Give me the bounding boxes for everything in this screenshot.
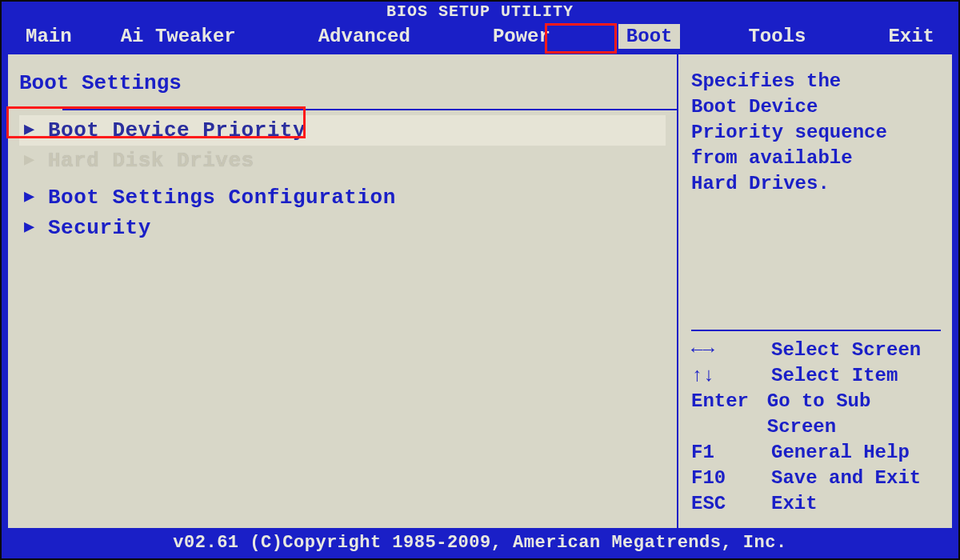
tab-boot[interactable]: Boot: [618, 24, 681, 49]
key-row-f1: F1 General Help: [691, 440, 941, 466]
key-desc: Select Screen: [771, 338, 921, 363]
body: Boot Settings ▶ Boot Device Priority ▶ H…: [6, 53, 954, 530]
key-desc: Save and Exit: [771, 466, 921, 491]
key-row-enter: Enter Go to Sub Screen: [691, 389, 941, 440]
footer-copyright: v02.61 (C)Copyright 1985-2009, American …: [6, 531, 954, 555]
triangle-icon: ▶: [24, 116, 38, 145]
help-line: Priority sequence: [691, 120, 941, 146]
key-name: ESC: [691, 491, 765, 517]
menu-boot-settings-config[interactable]: ▶ Boot Settings Configuration: [19, 182, 666, 213]
tab-power[interactable]: Power: [478, 24, 565, 49]
bios-title: BIOS SETUP UTILITY: [3, 3, 957, 21]
help-line: Specifies the: [691, 69, 941, 94]
help-line: Hard Drives.: [691, 171, 941, 197]
key-desc: Go to Sub Screen: [767, 389, 941, 440]
right-pane: Specifies the Boot Device Priority seque…: [677, 54, 952, 528]
left-pane: Boot Settings ▶ Boot Device Priority ▶ H…: [8, 54, 677, 528]
help-line: from available: [691, 146, 941, 171]
help-text: Specifies the Boot Device Priority seque…: [691, 69, 941, 330]
menu-label: Boot Device Priority: [48, 116, 306, 145]
key-desc: General Help: [771, 440, 910, 466]
key-desc: Exit: [771, 491, 818, 517]
key-desc: Select Item: [771, 363, 898, 389]
key-row-select-screen: ←→ Select Screen: [691, 338, 941, 363]
key-row-select-item: ↑↓ Select Item: [691, 363, 941, 389]
triangle-icon: ▶: [24, 214, 38, 242]
menu-label: Boot Settings Configuration: [48, 183, 396, 212]
key-name: F1: [691, 440, 765, 466]
tab-ai-tweaker[interactable]: Ai Tweaker: [106, 24, 250, 49]
menu-label: Hard Disk Drives: [48, 146, 254, 175]
triangle-icon: ▶: [24, 183, 38, 212]
divider: [62, 109, 677, 110]
section-title: Boot Settings: [19, 69, 666, 98]
tab-exit[interactable]: Exit: [874, 24, 949, 49]
menu-security[interactable]: ▶ Security: [19, 213, 666, 243]
key-name: F10: [691, 466, 765, 491]
tab-bar: Main Ai Tweaker Advanced Power Boot Tool…: [3, 21, 957, 51]
menu-hard-disk-drives[interactable]: ▶ Hard Disk Drives: [19, 146, 666, 176]
key-row-esc: ESC Exit: [691, 491, 941, 517]
tab-advanced[interactable]: Advanced: [304, 24, 425, 49]
key-row-f10: F10 Save and Exit: [691, 466, 941, 491]
tab-tools[interactable]: Tools: [734, 24, 820, 49]
menu-label: Security: [48, 214, 151, 242]
key-help: ←→ Select Screen ↑↓ Select Item Enter Go…: [691, 330, 941, 517]
triangle-icon: ▶: [24, 146, 38, 175]
help-line: Boot Device: [691, 94, 941, 120]
tab-main[interactable]: Main: [11, 24, 86, 49]
key-name: ←→: [691, 338, 765, 363]
key-name: Enter: [691, 389, 761, 440]
key-name: ↑↓: [691, 363, 765, 389]
menu-boot-device-priority[interactable]: ▶ Boot Device Priority: [19, 115, 666, 146]
